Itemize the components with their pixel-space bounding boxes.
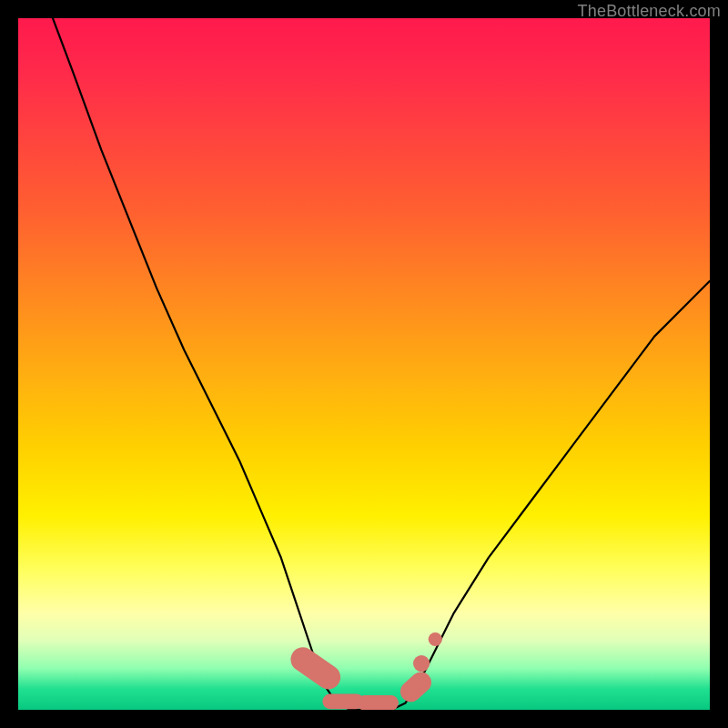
chart-marker <box>357 695 399 710</box>
chart-svg <box>18 18 710 710</box>
chart-plot-area <box>18 18 710 710</box>
chart-marker <box>396 668 435 706</box>
chart-frame: TheBottleneck.com <box>0 0 728 728</box>
watermark-text: TheBottleneck.com <box>578 2 721 21</box>
chart-curve <box>53 18 710 710</box>
chart-marker <box>286 642 345 694</box>
chart-marker <box>429 632 442 646</box>
chart-marker <box>413 655 430 672</box>
